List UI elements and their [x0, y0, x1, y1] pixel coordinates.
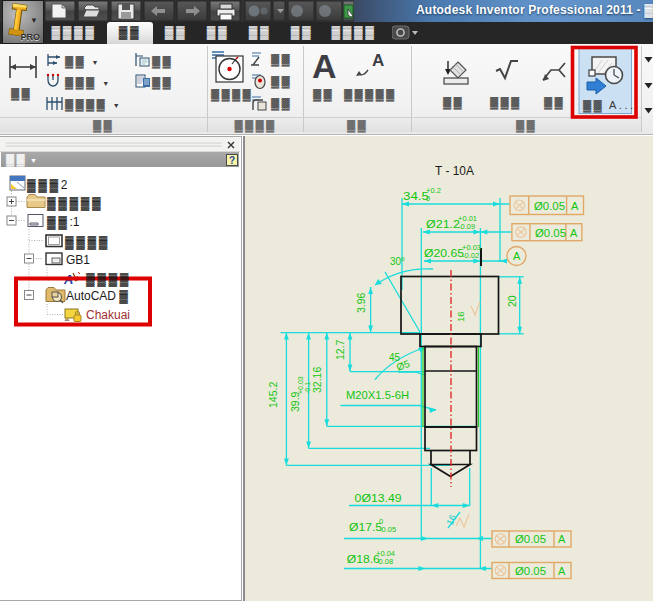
svg-text:-0.08: -0.08 [376, 557, 393, 566]
svg-text:A: A [558, 565, 566, 577]
svg-text:-0.1: -0.1 [304, 382, 311, 394]
svg-text:A: A [312, 47, 337, 85]
svg-text:Ø0.05: Ø0.05 [515, 533, 546, 545]
svg-text:Ø0.05: Ø0.05 [534, 200, 565, 212]
svg-text:Ø18.6: Ø18.6 [347, 553, 380, 565]
svg-text:Ø21.2: Ø21.2 [426, 218, 460, 230]
svg-text:-0.02: -0.02 [462, 251, 479, 260]
svg-text:0Ø13.49: 0Ø13.49 [355, 492, 402, 504]
svg-text:0: 0 [426, 194, 430, 203]
svg-text:?: ? [229, 155, 235, 166]
svg-text:T - 10A: T - 10A [435, 163, 474, 178]
svg-text:Ø20.65: Ø20.65 [424, 247, 464, 259]
svg-text:M20X1.5-6H: M20X1.5-6H [346, 389, 409, 401]
svg-text:16: 16 [455, 311, 466, 322]
svg-text:145.2: 145.2 [267, 382, 279, 408]
svg-text:-0.05: -0.05 [379, 525, 396, 534]
svg-text:A: A [372, 51, 384, 70]
svg-text:-0.09: -0.09 [458, 222, 475, 231]
svg-text:A: A [513, 250, 521, 262]
svg-text:A: A [558, 533, 566, 545]
svg-text:+0.03: +0.03 [297, 376, 304, 394]
svg-text:20: 20 [506, 295, 518, 307]
svg-text:A: A [571, 200, 579, 212]
svg-text:32.16: 32.16 [311, 367, 323, 393]
svg-text:Ø0.05: Ø0.05 [535, 227, 566, 239]
svg-text:Ø0.05: Ø0.05 [515, 565, 546, 577]
svg-text:3.96: 3.96 [355, 292, 367, 313]
svg-text:30°: 30° [390, 256, 405, 267]
svg-text:12.7: 12.7 [334, 339, 346, 360]
svg-text:Ø17.5: Ø17.5 [349, 521, 382, 533]
svg-text:A: A [570, 227, 578, 239]
